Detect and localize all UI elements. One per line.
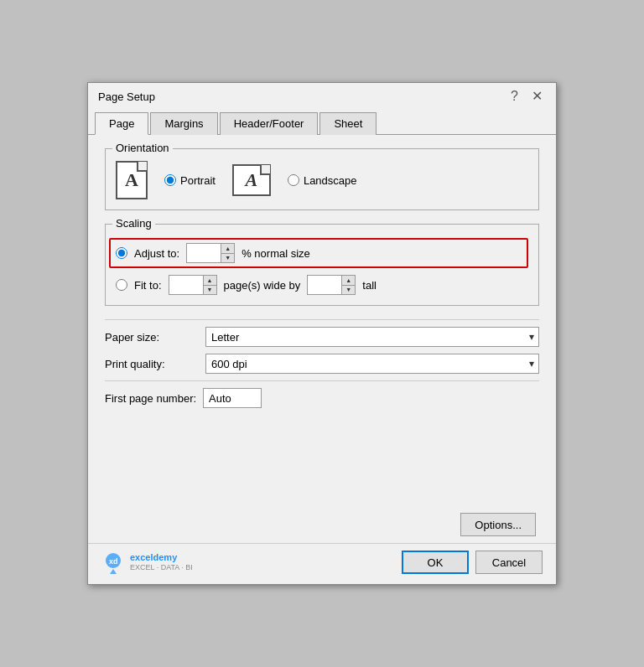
fit-tall-spinbox-buttons: ▲ ▼ <box>341 276 355 294</box>
dialog-footer: xd exceldemy EXCEL · DATA · BI OK Cancel <box>88 543 556 584</box>
adjust-to-label: Adjust to: <box>134 247 179 260</box>
dialog-content: Orientation A Portrait A Landscape <box>88 135 556 513</box>
adjust-to-row: Adjust to: 100 ▲ ▼ % normal size <box>109 238 528 268</box>
pages-wide-label: page(s) wide by <box>224 279 301 292</box>
title-controls: ? ✕ <box>507 90 546 103</box>
tab-margins[interactable]: Margins <box>150 112 217 135</box>
brand-line2: EXCEL · DATA · BI <box>130 563 193 573</box>
portrait-label: Portrait <box>180 174 216 187</box>
first-page-box: Auto <box>203 388 262 408</box>
options-button[interactable]: Options... <box>460 513 536 536</box>
orientation-title: Orientation <box>112 142 173 154</box>
first-page-label: First page number: <box>105 392 196 405</box>
print-quality-label: Print quality: <box>105 358 205 370</box>
brand-logo-icon: xd <box>101 551 125 574</box>
adjust-spinbox-buttons: ▲ ▼ <box>221 244 234 262</box>
landscape-icon: A <box>232 164 271 196</box>
tabs-bar: Page Margins Header/Footer Sheet <box>88 106 556 135</box>
landscape-option[interactable]: Landscape <box>288 174 357 187</box>
adjust-spinbox: 100 ▲ ▼ <box>186 243 235 263</box>
help-button[interactable]: ? <box>507 90 522 103</box>
tab-page[interactable]: Page <box>95 112 148 135</box>
landscape-radio[interactable] <box>288 174 299 186</box>
brand-area: xd exceldemy EXCEL · DATA · BI <box>101 551 193 574</box>
fit-to-radio[interactable] <box>116 279 127 291</box>
paper-size-select[interactable]: Letter A4 Legal A3 <box>205 327 539 347</box>
tall-label: tall <box>362 279 377 292</box>
fit-wide-spinbox-buttons: ▲ ▼ <box>203 276 216 294</box>
fit-to-label: Fit to: <box>134 279 162 292</box>
options-area: Options... <box>88 513 556 543</box>
adjust-to-radio[interactable] <box>116 247 127 259</box>
adjust-decrement-button[interactable]: ▼ <box>221 254 234 263</box>
divider <box>105 319 539 320</box>
title-bar: Page Setup ? ✕ <box>88 83 556 103</box>
brand-line1: exceldemy <box>130 551 193 563</box>
tab-header-footer[interactable]: Header/Footer <box>220 112 319 135</box>
divider2 <box>105 380 539 381</box>
fit-wide-input[interactable]: 1 <box>169 276 203 294</box>
adjust-value-input[interactable]: 100 <box>187 244 221 262</box>
scaling-title: Scaling <box>112 217 155 230</box>
svg-marker-1 <box>110 569 117 574</box>
print-quality-select[interactable]: 600 dpi 300 dpi 150 dpi <box>205 354 539 374</box>
orientation-row: A Portrait A Landscape <box>116 161 528 199</box>
first-page-value: Auto <box>209 392 231 405</box>
close-button[interactable]: ✕ <box>528 90 546 103</box>
portrait-option[interactable]: Portrait <box>164 174 216 187</box>
paper-size-row: Paper size: Letter A4 Legal A3 <box>105 327 539 347</box>
brand-text: exceldemy EXCEL · DATA · BI <box>130 551 193 573</box>
first-page-row: First page number: Auto <box>105 388 539 408</box>
fit-tall-increment-button[interactable]: ▲ <box>342 276 355 286</box>
print-quality-select-wrapper: 600 dpi 300 dpi 150 dpi <box>205 354 539 374</box>
fit-wide-increment-button[interactable]: ▲ <box>204 276 216 286</box>
dialog-title: Page Setup <box>98 90 155 103</box>
landscape-label: Landscape <box>304 174 357 187</box>
portrait-icon: A <box>116 161 148 199</box>
fit-to-row: Fit to: 1 ▲ ▼ page(s) wide by 1 ▲ ▼ <box>116 275 528 295</box>
ok-button[interactable]: OK <box>402 551 469 574</box>
portrait-radio[interactable] <box>164 174 176 186</box>
percent-label: % normal size <box>242 247 310 260</box>
adjust-increment-button[interactable]: ▲ <box>221 244 234 254</box>
fit-wide-spinbox: 1 ▲ ▼ <box>169 275 217 295</box>
paper-size-label: Paper size: <box>105 331 205 344</box>
fit-tall-input[interactable]: 1 <box>308 276 341 294</box>
fit-tall-spinbox: 1 ▲ ▼ <box>307 275 356 295</box>
paper-size-select-wrapper: Letter A4 Legal A3 <box>205 327 539 347</box>
cancel-button[interactable]: Cancel <box>475 551 543 574</box>
print-quality-row: Print quality: 600 dpi 300 dpi 150 dpi <box>105 354 539 374</box>
scaling-section: Scaling Adjust to: 100 ▲ ▼ % normal size… <box>105 224 539 306</box>
fit-wide-decrement-button[interactable]: ▼ <box>204 286 216 295</box>
footer-buttons: OK Cancel <box>402 551 543 574</box>
fit-tall-decrement-button[interactable]: ▼ <box>342 286 355 295</box>
orientation-section: Orientation A Portrait A Landscape <box>105 148 539 210</box>
svg-text:xd: xd <box>109 557 118 566</box>
page-setup-dialog: Page Setup ? ✕ Page Margins Header/Foote… <box>87 82 557 585</box>
tab-sheet[interactable]: Sheet <box>319 112 377 135</box>
